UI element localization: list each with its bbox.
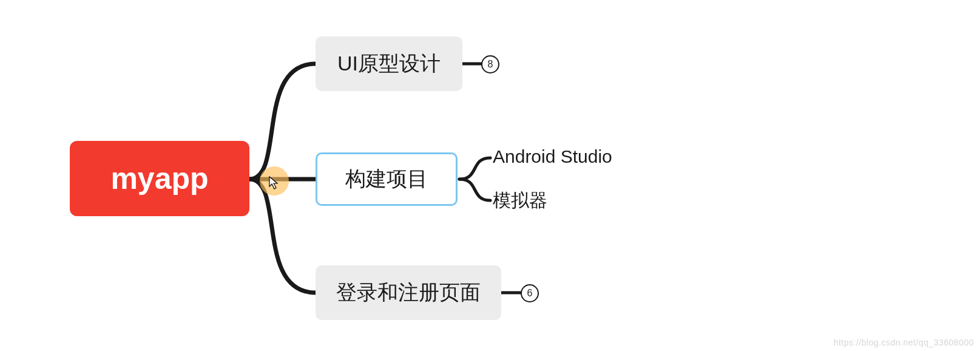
child-label: 登录和注册页面 — [336, 279, 481, 307]
leaf-node-android-studio[interactable]: Android Studio — [493, 146, 612, 167]
root-label: myapp — [110, 161, 208, 196]
collapsed-count-badge[interactable]: 8 — [481, 55, 499, 73]
badge-value: 8 — [488, 59, 493, 70]
mindmap-canvas[interactable]: myapp UI原型设计 8 构建项目 Android Studio 模拟器 登… — [0, 0, 980, 351]
root-node[interactable]: myapp — [70, 141, 249, 216]
child-node-ui-design[interactable]: UI原型设计 — [316, 36, 462, 91]
cursor-highlight-icon — [260, 166, 289, 196]
badge-value: 6 — [527, 288, 533, 299]
child-label: UI原型设计 — [337, 50, 441, 78]
child-node-build-project[interactable]: 构建项目 — [316, 152, 458, 206]
leaf-label: Android Studio — [493, 146, 612, 166]
child-node-login-register[interactable]: 登录和注册页面 — [316, 265, 501, 320]
leaf-label: 模拟器 — [493, 190, 547, 210]
leaf-node-emulator[interactable]: 模拟器 — [493, 188, 547, 213]
cursor-arrow-icon — [269, 176, 281, 189]
collapsed-count-badge[interactable]: 6 — [521, 284, 539, 302]
child-label: 构建项目 — [345, 165, 428, 193]
watermark-text: https://blog.csdn.net/qq_33608000 — [834, 338, 974, 347]
